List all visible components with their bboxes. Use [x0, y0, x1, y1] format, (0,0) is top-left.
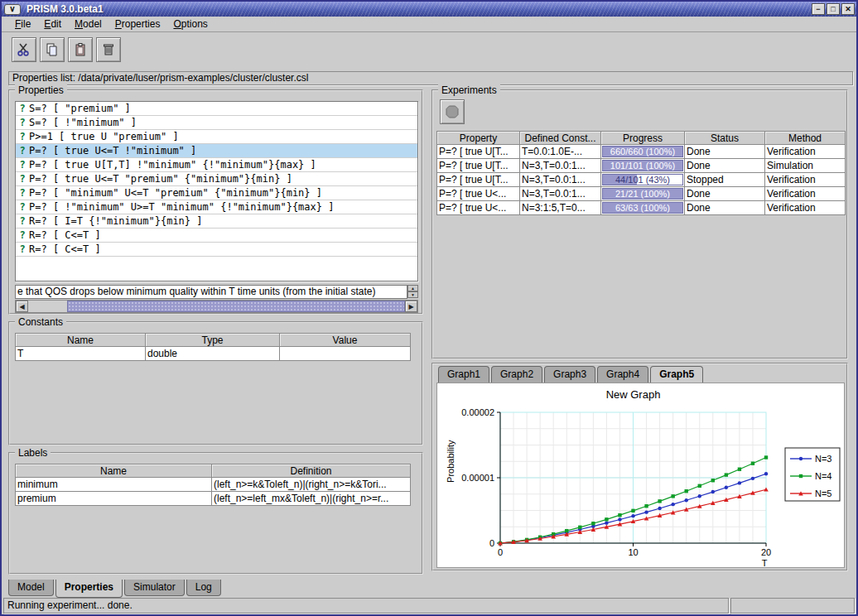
menu-model[interactable]: Model	[68, 17, 108, 31]
tab-properties[interactable]: Properties	[55, 580, 123, 598]
delete-button[interactable]	[96, 37, 121, 62]
paste-icon	[73, 42, 88, 57]
column-header[interactable]: Status	[685, 131, 765, 145]
toolbar	[2, 33, 856, 68]
stop-experiment-button[interactable]	[440, 99, 465, 124]
tab-model[interactable]: Model	[8, 580, 54, 596]
experiment-row[interactable]: P=? [ true U[T...N=3,T=0.0:1...44/101 (4…	[436, 173, 846, 187]
progress-cell: 101/101 (100%)	[601, 159, 685, 173]
column-header[interactable]: Progress	[601, 131, 685, 145]
question-icon: ?	[16, 229, 29, 241]
menu-file[interactable]: File	[8, 17, 37, 31]
tab-graph1[interactable]: Graph1	[438, 366, 489, 383]
properties-list[interactable]: ?S=? [ "premium" ]?S=? [ !"minimum" ]?P>…	[15, 101, 418, 282]
property-row[interactable]: ?P=? [ true U<=T "premium" {"minimum"}{m…	[16, 172, 417, 186]
scrollbar-track[interactable]	[28, 301, 67, 312]
progress-cell: 63/63 (100%)	[601, 201, 685, 215]
svg-text:N=5: N=5	[815, 488, 832, 498]
svg-text:0.00002: 0.00002	[461, 407, 494, 417]
tab-log[interactable]: Log	[186, 580, 221, 596]
svg-text:0.00001: 0.00001	[461, 473, 494, 483]
tab-graph5[interactable]: Graph5	[650, 366, 703, 384]
table-row[interactable]: premium(left_n>=left_mx&Toleft_n)|(right…	[15, 492, 411, 506]
property-comment-field[interactable]: e that QOS drops below minimum quality w…	[15, 285, 407, 299]
property-row[interactable]: ?R=? [ I=T {!"minimum"}{min} ]	[16, 214, 417, 229]
property-row[interactable]: ?P=? [ !"minimum" U>=T "minimum" {!"mini…	[16, 200, 417, 214]
labels-group-title: Labels	[15, 447, 51, 459]
property-row[interactable]: ?S=? [ !"minimum" ]	[16, 116, 417, 130]
table-cell: T=0.0:1.0E-...	[520, 145, 601, 159]
property-text: P=? [ true U<=T !"minimum" ]	[29, 145, 196, 156]
progress-bar: 101/101 (100%)	[602, 160, 683, 171]
column-header[interactable]: Name	[15, 333, 146, 347]
experiment-row[interactable]: P=? [ true U[T...N=3,T=0.0:1...101/101 (…	[436, 159, 846, 173]
table-cell: Simulation	[765, 159, 846, 173]
stop-icon	[445, 104, 460, 119]
property-row[interactable]: ?P=? [ "minimum" U<=T "premium" {"minimu…	[16, 186, 417, 200]
column-header[interactable]: Property	[436, 131, 520, 145]
question-icon: ?	[16, 145, 29, 156]
progress-cell: 44/101 (43%)	[601, 173, 685, 187]
scrollbar-thumb[interactable]	[67, 301, 405, 312]
column-header[interactable]: Method	[765, 131, 846, 145]
table-cell: N=3,T=0.0:1...	[520, 173, 601, 187]
property-row[interactable]: ?P=? [ true U<=T !"minimum" ]	[16, 144, 417, 158]
scissors-icon	[17, 42, 31, 57]
tab-simulator[interactable]: Simulator	[124, 580, 185, 596]
labels-group: Labels NameDefinitionminimum(left_n>=k&T…	[8, 452, 423, 575]
column-header[interactable]: Value	[280, 333, 411, 347]
column-header[interactable]: Definition	[212, 464, 411, 478]
property-text: R=? [ C<=T ]	[29, 243, 101, 255]
experiment-row[interactable]: P=? [ true U<...N=3:1:5,T=0...63/63 (100…	[436, 201, 846, 215]
property-row[interactable]: ?P>=1 [ true U "premium" ]	[16, 130, 417, 144]
scroll-right-icon[interactable]: ▶	[405, 301, 417, 312]
column-header[interactable]: Type	[146, 333, 280, 347]
experiment-row[interactable]: P=? [ true U[T...T=0.0:1.0E-...660/660 (…	[436, 145, 846, 159]
spinner-up-icon[interactable]: ▲	[407, 285, 418, 291]
menu-properties[interactable]: Properties	[108, 17, 167, 31]
experiment-row[interactable]: P=? [ true U<...N=3,T=0.0:1...21/21 (100…	[436, 187, 846, 201]
spinner-down-icon[interactable]: ▼	[407, 291, 418, 298]
graph-tab-bar: Graph1Graph2Graph3Graph4Graph5	[438, 366, 705, 383]
trash-icon	[101, 42, 116, 57]
minimize-button[interactable]: −	[812, 3, 825, 15]
question-icon: ?	[16, 117, 29, 128]
column-header[interactable]: Defined Const...	[520, 131, 601, 145]
cut-button[interactable]	[12, 37, 36, 62]
progress-cell: 660/660 (100%)	[601, 145, 685, 159]
svg-text:10: 10	[628, 547, 638, 557]
progress-bar: 660/660 (100%)	[602, 146, 683, 157]
table-cell: Done	[685, 159, 765, 173]
menu-bar: FileEditModelPropertiesOptions	[2, 17, 856, 32]
property-row[interactable]: ?S=? [ "premium" ]	[16, 102, 417, 116]
scroll-left-icon[interactable]: ◀	[16, 301, 28, 312]
tab-graph2[interactable]: Graph2	[491, 366, 542, 383]
table-cell: Done	[685, 187, 765, 201]
table-cell: Verification	[765, 145, 846, 159]
property-row[interactable]: ?R=? [ C<=T ]	[16, 243, 417, 257]
experiments-group: Experiments PropertyDefined Const...Prog…	[431, 89, 848, 359]
table-cell: N=3,T=0.0:1...	[520, 159, 601, 173]
property-text: P=? [ true U[T,T] !"minimum" {!"minimum"…	[29, 159, 316, 171]
window-menu-icon[interactable]: ∨	[4, 4, 21, 15]
svg-text:Probability: Probability	[446, 440, 456, 483]
tab-graph3[interactable]: Graph3	[544, 366, 595, 383]
paste-button[interactable]	[68, 37, 93, 62]
tab-graph4[interactable]: Graph4	[597, 366, 648, 383]
close-button[interactable]: ✕	[841, 3, 855, 15]
table-row[interactable]: minimum(left_n>=k&Toleft_n)|(right_n>=k&…	[15, 478, 411, 492]
menu-options[interactable]: Options	[166, 17, 214, 31]
table-header-row: PropertyDefined Const...ProgressStatusMe…	[436, 131, 846, 145]
table-cell: T	[15, 347, 146, 361]
property-row[interactable]: ?R=? [ C<=T ]	[16, 229, 417, 243]
column-header[interactable]: Name	[15, 464, 212, 478]
menu-edit[interactable]: Edit	[37, 17, 68, 31]
table-row[interactable]: Tdouble	[15, 347, 411, 361]
question-icon: ?	[16, 131, 29, 142]
property-row[interactable]: ?P=? [ true U[T,T] !"minimum" {!"minimum…	[16, 158, 417, 172]
table-cell: (left_n>=left_mx&Toleft_n)|(right_n>=r..…	[212, 492, 411, 506]
property-text: P=? [ true U<=T "premium" {"minimum"}{mi…	[29, 173, 292, 185]
copy-button[interactable]	[40, 37, 65, 62]
maximize-button[interactable]: □	[827, 3, 840, 15]
progress-text: 660/660 (100%)	[603, 147, 682, 156]
